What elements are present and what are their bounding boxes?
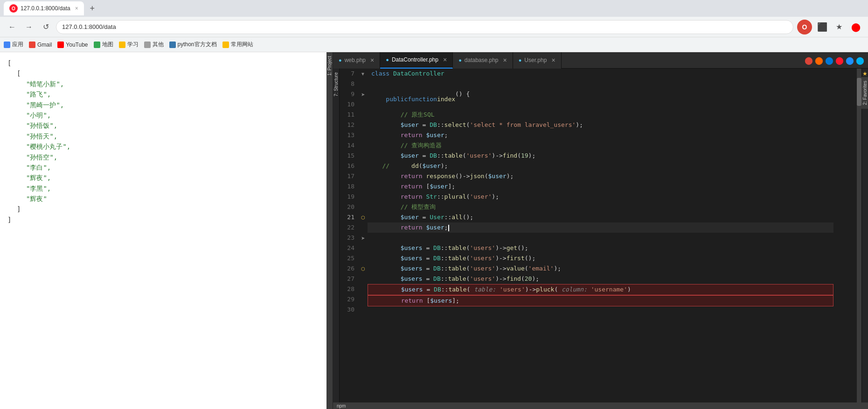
new-tab-button[interactable]: + (86, 2, 99, 15)
ln-18: 18 (343, 181, 354, 192)
bookmark-apps[interactable]: 应用 (4, 41, 23, 49)
tab-web-php-close[interactable]: × (370, 56, 374, 64)
tab-datacontroller-icon: ● (386, 57, 389, 62)
bookmarks-bar: 应用 Gmail YouTube 地图 学习 其他 python官方文档 常用 (0, 37, 868, 52)
json-item-2: "路飞", (7, 89, 319, 99)
active-browser-tab[interactable]: O 127.0.0.1:8000/data × (4, 1, 84, 15)
browser-json-panel: [ [ "蜡笔小新", "路飞", "黑崎一护", "小明", "孙悟饭", "… (0, 52, 326, 409)
code-line-19: // 模型查询 (368, 202, 833, 212)
favorites-label[interactable]: 2: Favorites (861, 77, 868, 109)
tab-database-php[interactable]: ● database.php × (453, 52, 513, 69)
tab-datacontroller-label: DataController.php (392, 56, 438, 63)
scrollbar-track[interactable] (857, 69, 861, 402)
editor-panel: 1: Project ● web.php × ● DataController.… (326, 52, 868, 409)
ln-20: 20 (343, 202, 354, 212)
code-editor[interactable]: 7 8 9 10 11 12 13 14 15 16 17 (340, 69, 861, 402)
bookmark-common-label: 常用网站 (231, 41, 253, 49)
ln-23: 23 (343, 233, 354, 243)
bookmark-common[interactable]: 常用网站 (222, 41, 253, 49)
gutter-24 (360, 243, 366, 253)
study-bookmark-icon (119, 42, 125, 48)
favorites-panel: ★ 2: Favorites (861, 69, 868, 402)
minimap-area (833, 69, 861, 402)
gutter-20 (360, 202, 366, 212)
ln-17: 17 (343, 171, 354, 181)
address-bar[interactable]: 127.0.0.1:8000/data (56, 20, 793, 34)
gutter-21: ⬡ (360, 212, 366, 222)
ln-29: 29 (343, 294, 354, 305)
ln-7: 7 (343, 69, 354, 79)
code-line-13: // 查询构造器 (368, 140, 833, 151)
bookmark-gmail-label: Gmail (37, 42, 52, 48)
tab-web-php-icon: ● (339, 57, 342, 63)
ln-15: 15 (343, 151, 354, 161)
extensions-icon[interactable]: ⬛ (816, 21, 829, 34)
ln-26: 26 (343, 263, 354, 274)
tab-title: 127.0.0.1:8000/data (21, 5, 70, 12)
tab-datacontroller-close[interactable]: × (443, 56, 447, 63)
forward-button[interactable]: → (22, 21, 35, 34)
code-content: 7 8 9 10 11 12 13 14 15 16 17 (340, 69, 861, 402)
bookmark-other-label: 其他 (153, 41, 164, 49)
tab-user-close[interactable]: × (551, 56, 555, 64)
project-side-panel: 1: Project (326, 52, 333, 409)
ln-11: 11 (343, 110, 354, 120)
json-root-close: ] (7, 215, 319, 225)
tab-close-button[interactable]: × (75, 5, 78, 12)
bookmark-study[interactable]: 学习 (119, 41, 139, 49)
other-bookmark-icon (144, 42, 151, 48)
code-line-10: // 原生SQL (368, 110, 833, 120)
structure-panel-label[interactable]: 7: Structure (333, 69, 340, 100)
address-text: 127.0.0.1:8000/data (62, 23, 116, 30)
bookmark-python[interactable]: python官方文档 (169, 41, 217, 49)
gutter-25 (360, 253, 366, 263)
tab-user-php[interactable]: ● User.php × (513, 52, 562, 69)
tab-database-close[interactable]: × (503, 56, 507, 64)
json-item-8: "孙悟空", (7, 152, 319, 162)
bookmarks-icon[interactable]: ★ (833, 21, 846, 34)
code-line-16: return response()->json($user); (368, 171, 833, 181)
json-root-open: [ (7, 58, 319, 68)
gutter-15 (360, 151, 366, 161)
gutter-10 (360, 99, 366, 110)
back-button[interactable]: ← (6, 21, 19, 34)
gutter-27 (360, 274, 366, 284)
json-item-11: "李黑", (7, 183, 319, 194)
tab-web-php[interactable]: ● web.php × (333, 52, 380, 69)
chrome-icon: ⬤ (805, 56, 813, 65)
common-bookmark-icon (222, 42, 229, 48)
opera-menu-icon[interactable]: ⬤ (849, 21, 862, 34)
gutter-16 (360, 161, 366, 171)
code-line-23: $users = DB::table('users')->get(); (368, 243, 833, 253)
bookmark-maps[interactable]: 地图 (94, 41, 113, 49)
code-line-7: class DataController (368, 69, 833, 79)
ln-16: 16 (343, 161, 354, 171)
tab-bar: O 127.0.0.1:8000/data × + (0, 0, 868, 17)
code-line-24: $users = DB::table('users')->first(); (368, 253, 833, 263)
code-line-18: return Str::plural('user'); (368, 192, 833, 202)
nav-bar: ← → ↺ 127.0.0.1:8000/data O ⬛ ★ ⬤ (0, 17, 868, 37)
profile-icon[interactable]: O (797, 20, 812, 35)
bookmark-other[interactable]: 其他 (144, 41, 164, 49)
gutter-17 (360, 171, 366, 181)
code-line-29 (368, 306, 833, 317)
edge2-icon: ⬤ (856, 56, 864, 65)
tab-database-label: database.php (465, 57, 499, 63)
scrollbar-thumb[interactable] (857, 78, 861, 106)
gutter-7: ▼ (360, 69, 366, 79)
editor-body: 7: Structure 7 8 9 10 11 12 (333, 69, 868, 402)
project-panel-label[interactable]: 1: Project (326, 52, 333, 79)
edge-icon: ⬤ (825, 56, 833, 65)
browser-icons-row: ⬤ ⬤ ⬤ ⬤ ⬤ ⬤ (805, 56, 868, 65)
tab-datacontroller-php[interactable]: ● DataController.php × (380, 52, 453, 69)
ln-9: 9 (343, 89, 354, 99)
bookmark-gmail[interactable]: Gmail (29, 42, 52, 48)
cl9-indent (371, 94, 386, 104)
browser-chrome: O 127.0.0.1:8000/data × + ← → ↺ 127.0.0.… (0, 0, 868, 52)
bookmark-youtube[interactable]: YouTube (57, 42, 88, 48)
bookmark-python-label: python官方文档 (178, 41, 217, 49)
reload-button[interactable]: ↺ (39, 21, 52, 34)
structure-panel: 7: Structure (333, 69, 340, 402)
ln-12: 12 (343, 120, 354, 130)
ln-13: 13 (343, 130, 354, 140)
